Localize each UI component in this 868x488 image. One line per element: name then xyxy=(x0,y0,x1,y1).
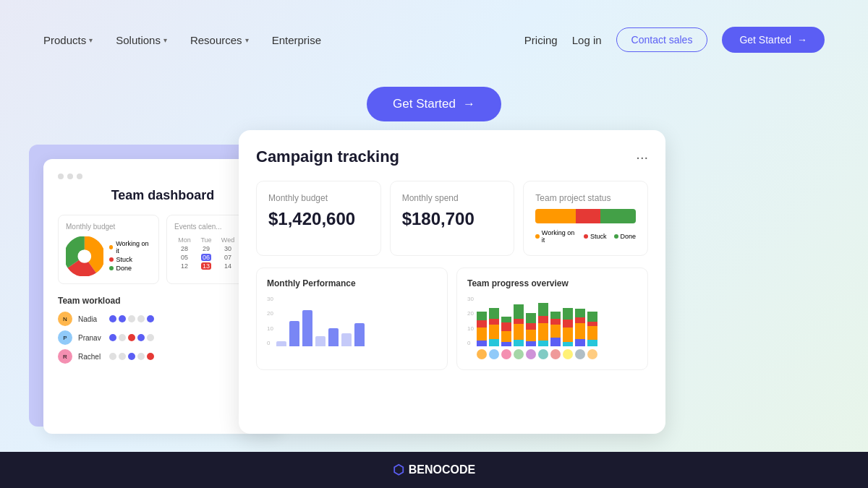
get-started-hero-button[interactable]: Get Started → xyxy=(367,87,501,121)
dot xyxy=(137,315,145,322)
nav-login[interactable]: Log in xyxy=(572,34,602,46)
mini-cards-row: Monthly budget xyxy=(58,215,268,284)
seg-other xyxy=(538,341,548,346)
campaign-header: Campaign tracking ··· xyxy=(256,147,648,166)
nav-item-solutions[interactable]: Solutions ▾ xyxy=(116,34,167,46)
cal-30: 30 xyxy=(218,245,238,252)
seg-working xyxy=(575,323,585,339)
seg-other xyxy=(489,339,499,346)
seg-done xyxy=(538,303,548,316)
working-dot xyxy=(109,245,114,249)
navbar: Products ▾ Solutions ▾ Resources ▾ Enter… xyxy=(0,0,868,80)
seg-working xyxy=(538,323,548,341)
get-started-nav-button[interactable]: Get Started → xyxy=(722,27,825,53)
seg-stuck xyxy=(526,323,536,330)
seg-other xyxy=(477,341,487,346)
metric-monthly-spend: Monthly spend $180,700 xyxy=(390,181,515,256)
seg-other xyxy=(563,342,573,346)
tiny-avatar-7 xyxy=(550,349,561,359)
seg-done xyxy=(587,312,597,322)
nav-item-resources[interactable]: Resources ▾ xyxy=(190,34,249,46)
avatar-pranav: P xyxy=(58,330,72,345)
more-options-icon[interactable]: ··· xyxy=(636,149,648,166)
scol-7 xyxy=(550,312,561,346)
scol-3 xyxy=(501,317,511,346)
dots-nadia xyxy=(109,315,154,322)
nav-item-products[interactable]: Products ▾ xyxy=(43,34,93,46)
dot xyxy=(119,334,126,341)
team-dashboard-title: Team dashboard xyxy=(58,188,268,203)
nav-right: Pricing Log in Contact sales Get Started… xyxy=(524,27,825,53)
team-y-labels: 30 20 10 0 xyxy=(467,296,474,346)
performance-title: Monthly Performance xyxy=(267,278,437,288)
bar-2 xyxy=(289,321,299,346)
performance-bars xyxy=(276,296,365,346)
seg-other xyxy=(526,341,536,346)
done-label: Done xyxy=(116,265,132,272)
name-rachel: Rachel xyxy=(78,353,103,361)
bar-col-6 xyxy=(341,333,352,346)
monthly-performance-chart: Monthly Performance 30 20 10 0 xyxy=(256,267,448,370)
workload-row-rachel: R Rachel xyxy=(58,349,268,364)
dot xyxy=(147,353,154,360)
name-pranav: Pranav xyxy=(78,334,103,342)
metric-team-status: Team project status Working on it xyxy=(523,181,648,256)
y-axis-labels: 30 20 10 0 xyxy=(267,296,273,346)
dashboard-area: Team dashboard Monthly budget xyxy=(0,130,868,452)
stuck-text: Stuck xyxy=(590,233,607,240)
mini-budget-title: Monthly budget xyxy=(66,223,151,231)
seg-working xyxy=(501,331,511,342)
contact-sales-button[interactable]: Contact sales xyxy=(616,27,708,52)
working-text: Working on it xyxy=(542,229,576,244)
seg-done xyxy=(489,308,499,319)
bar-col-4 xyxy=(315,336,326,346)
legend-done: Done xyxy=(109,265,151,272)
status-legend: Working on it Stuck Done xyxy=(535,229,636,244)
cal-29: 29 xyxy=(196,245,216,252)
tiny-avatar-10 xyxy=(587,349,597,359)
team-progress-title: Team progress overview xyxy=(467,278,637,288)
monthly-spend-value: $180,700 xyxy=(402,209,503,229)
hero-section: Get Started → xyxy=(0,80,868,121)
done-dot xyxy=(614,234,618,239)
charts-row: Monthly Performance 30 20 10 0 xyxy=(256,267,648,370)
cal-tue: Tue xyxy=(196,236,216,244)
seg-other xyxy=(587,340,597,346)
seg-working xyxy=(563,328,573,342)
seg-done xyxy=(563,308,573,320)
legend-working: Working on it xyxy=(535,229,576,244)
seg-done xyxy=(550,312,561,319)
seg-done xyxy=(575,309,585,317)
chevron-down-icon: ▾ xyxy=(163,36,167,44)
seg-stuck xyxy=(489,319,499,325)
dot xyxy=(109,315,116,322)
dot-3 xyxy=(77,174,82,179)
metric-monthly-budget: Monthly budget $1,420,600 xyxy=(256,181,381,256)
tiny-avatar-8 xyxy=(563,349,573,359)
tiny-avatar-6 xyxy=(538,349,548,359)
chevron-down-icon: ▾ xyxy=(245,36,249,44)
seg-working xyxy=(526,330,536,341)
scol-1 xyxy=(477,312,487,346)
team-progress-chart: Team progress overview 30 20 10 0 xyxy=(456,267,648,370)
workload-title: Team workload xyxy=(58,296,268,306)
bar-1 xyxy=(276,341,286,346)
bar-7 xyxy=(354,323,365,346)
tiny-avatar-3 xyxy=(501,349,511,359)
bar-4 xyxy=(315,336,326,346)
seg-working xyxy=(587,326,597,340)
arrow-right-icon: → xyxy=(797,34,807,46)
enterprise-label: Enterprise xyxy=(272,34,321,46)
nav-item-enterprise[interactable]: Enterprise xyxy=(272,34,321,46)
stuck-label: Stuck xyxy=(116,256,133,263)
metrics-row: Monthly budget $1,420,600 Monthly spend … xyxy=(256,181,648,256)
seg-working xyxy=(550,325,561,338)
seg-other xyxy=(501,342,511,346)
nav-pricing[interactable]: Pricing xyxy=(524,34,558,46)
seg-other xyxy=(514,340,524,346)
cal-badge-13: 13 xyxy=(201,262,211,270)
chevron-down-icon: ▾ xyxy=(89,36,93,44)
performance-chart-wrapper: 30 20 10 0 xyxy=(267,296,437,346)
working-dot xyxy=(535,234,540,239)
seg-other xyxy=(575,339,585,346)
